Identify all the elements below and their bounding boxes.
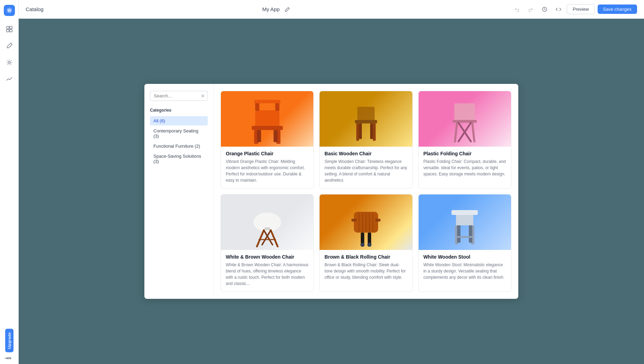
product-card-rolling-chair[interactable]: Brown & Black Rolling Chair Brown & Blac… (319, 194, 412, 292)
app-container: ✕ Categories All (6) Contemporary Seatin… (144, 84, 518, 299)
header-right: Preview Save changes (511, 4, 637, 15)
product-desc-wooden: Simple Wooden Chair: Timeless elegance m… (324, 158, 407, 183)
wix-logo: ~wix (4, 355, 15, 360)
product-name-white-brown: White & Brown Wooden Chair (226, 254, 308, 260)
sidebar-item-dashboard[interactable] (3, 23, 16, 35)
svg-rect-18 (357, 107, 375, 121)
undo-button[interactable] (511, 4, 522, 15)
product-image-orange (221, 91, 313, 147)
product-image-stool (419, 194, 511, 250)
svg-rect-49 (451, 210, 478, 215)
svg-rect-21 (373, 123, 376, 141)
product-desc-rolling: Brown & Black Rolling Chair: Sleek dual-… (324, 262, 407, 280)
top-header: Catalog My App (19, 0, 644, 19)
product-info-wooden: Basic Wooden Chair Simple Wooden Chair: … (320, 147, 412, 188)
svg-text:~wix: ~wix (5, 356, 11, 360)
product-info-folding: Plastic Folding Chair Plastic Folding Ch… (419, 147, 511, 182)
search-box: ✕ (150, 91, 208, 101)
sidebar-item-analytics[interactable] (3, 73, 16, 85)
filter-item-all[interactable]: All (6) (150, 116, 208, 125)
product-image-folding (419, 91, 511, 147)
code-button[interactable] (553, 4, 564, 15)
header-center: My App (262, 4, 293, 15)
svg-rect-20 (356, 123, 359, 141)
svg-rect-3 (10, 26, 12, 29)
product-image-white-brown (221, 194, 313, 250)
product-info-orange: Orange Plastic Chair Vibrant Orange Plas… (221, 147, 313, 188)
header-left: Catalog (26, 6, 44, 12)
product-name-rolling: Brown & Black Rolling Chair (324, 254, 407, 260)
filter-item-functional[interactable]: Functional Furniture (2) (150, 141, 208, 151)
product-desc-orange: Vibrant Orange Plastic Chair: Melding mo… (226, 158, 308, 183)
product-desc-folding: Plastic Folding Chair: Compact, durable,… (423, 158, 506, 177)
svg-rect-9 (255, 110, 279, 128)
svg-rect-2 (7, 26, 9, 29)
canvas-area: ✕ Categories All (6) Contemporary Seatin… (19, 19, 644, 364)
filter-item-space-saving[interactable]: Space-Saving Solutions (3) (150, 151, 208, 166)
search-input[interactable] (150, 91, 208, 101)
product-name-folding: Plastic Folding Chair (423, 151, 506, 156)
svg-rect-31 (265, 227, 270, 230)
main-area: Catalog My App (19, 0, 644, 364)
svg-rect-23 (370, 123, 373, 139)
app-logo[interactable]: W (4, 5, 15, 16)
filter-sidebar: ✕ Categories All (6) Contemporary Seatin… (144, 84, 214, 299)
svg-rect-10 (252, 126, 283, 130)
svg-rect-50 (456, 215, 473, 225)
svg-point-48 (367, 243, 372, 247)
categories-label: Categories (150, 108, 208, 113)
product-desc-stool: White Wooden Stool: Minimalistic eleganc… (423, 262, 506, 280)
svg-rect-4 (7, 29, 9, 32)
left-sidebar: W Upgrade ~wix (0, 0, 19, 364)
svg-rect-54 (469, 225, 472, 243)
product-name-wooden: Basic Wooden Chair (324, 151, 407, 156)
svg-rect-5 (10, 29, 12, 32)
redo-button[interactable] (525, 4, 536, 15)
product-card-plastic-folding-chair[interactable]: Plastic Folding Chair Plastic Folding Ch… (418, 91, 511, 189)
product-grid: Orange Plastic Chair Vibrant Orange Plas… (214, 84, 518, 299)
product-info-white-brown: White & Brown Wooden Chair White & Brown… (221, 250, 313, 292)
sidebar-item-settings[interactable] (3, 56, 16, 69)
svg-rect-55 (456, 236, 473, 238)
upgrade-button[interactable]: Upgrade (5, 329, 14, 352)
app-name-label: My App (262, 6, 280, 12)
svg-rect-38 (351, 219, 357, 222)
product-image-rolling (320, 194, 412, 250)
product-card-white-stool[interactable]: White Wooden Stool White Wooden Stool: M… (418, 194, 511, 292)
svg-text:W: W (8, 9, 11, 12)
svg-rect-39 (375, 219, 381, 222)
save-changes-button[interactable]: Save changes (598, 5, 637, 14)
product-card-white-brown-chair[interactable]: White & Brown Wooden Chair White & Brown… (221, 194, 314, 292)
product-info-stool: White Wooden Stool White Wooden Stool: M… (419, 250, 511, 285)
svg-rect-14 (274, 130, 278, 142)
sidebar-item-design[interactable] (3, 40, 16, 52)
svg-rect-17 (254, 100, 280, 103)
preview-button[interactable]: Preview (567, 4, 594, 14)
svg-line-27 (472, 123, 474, 141)
product-card-orange-plastic-chair[interactable]: Orange Plastic Chair Vibrant Orange Plas… (221, 91, 314, 189)
search-clear-icon[interactable]: ✕ (201, 93, 205, 99)
product-name-orange: Orange Plastic Chair (226, 151, 308, 156)
filter-item-contemporary[interactable]: Contemporary Seating (3) (150, 126, 208, 141)
product-info-rolling: Brown & Black Rolling Chair Brown & Blac… (320, 250, 412, 285)
edit-app-name-button[interactable] (282, 4, 293, 15)
svg-point-47 (360, 243, 365, 247)
history-button[interactable] (539, 4, 550, 15)
product-name-stool: White Wooden Stool (423, 254, 506, 260)
svg-rect-53 (457, 225, 460, 243)
product-image-wooden (320, 91, 412, 147)
product-desc-white-brown: White & Brown Wooden Chair: A harmonious… (226, 262, 308, 287)
svg-point-6 (8, 61, 10, 63)
svg-rect-22 (359, 123, 362, 139)
page-title: Catalog (26, 6, 44, 12)
svg-rect-24 (454, 103, 475, 121)
product-card-basic-wooden-chair[interactable]: Basic Wooden Chair Simple Wooden Chair: … (319, 91, 412, 189)
svg-rect-19 (355, 120, 377, 123)
svg-line-26 (455, 123, 457, 141)
svg-rect-13 (257, 130, 261, 142)
